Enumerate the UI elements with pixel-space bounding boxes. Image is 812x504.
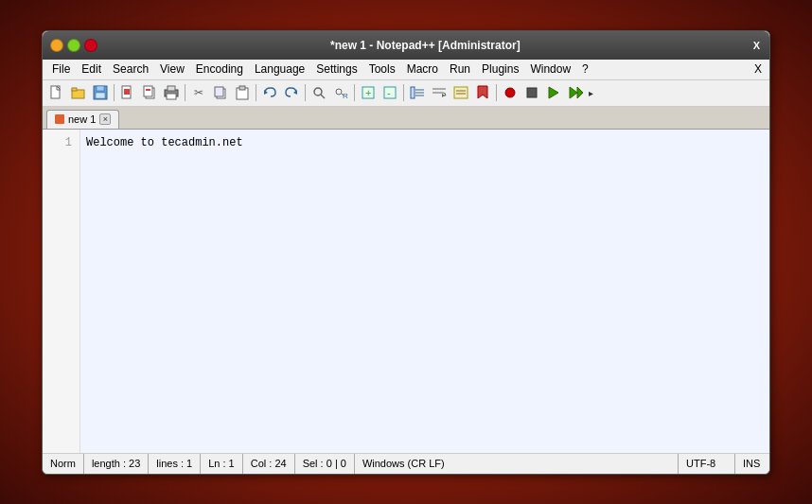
menu-help[interactable]: ? xyxy=(576,61,594,78)
tab-close-button[interactable]: × xyxy=(99,113,111,125)
toolbar-macro-stop-button[interactable] xyxy=(521,82,542,103)
svg-rect-16 xyxy=(167,94,176,99)
toolbar-cut-button[interactable]: ✂ xyxy=(188,82,209,103)
svg-rect-3 xyxy=(72,88,77,91)
menu-run[interactable]: Run xyxy=(444,61,476,78)
toolbar-zoom-out-button[interactable]: - xyxy=(380,82,400,103)
svg-marker-48 xyxy=(577,87,583,98)
menu-file[interactable]: File xyxy=(46,61,76,78)
minimize-button[interactable] xyxy=(50,39,63,52)
svg-marker-46 xyxy=(549,87,558,98)
tabbar: new 1 × xyxy=(43,107,769,130)
toolbar-macro-play-button[interactable] xyxy=(543,82,564,103)
toolbar-sep-4 xyxy=(305,84,306,101)
svg-rect-21 xyxy=(239,86,245,90)
svg-rect-15 xyxy=(168,86,175,91)
status-lines: lines : 1 xyxy=(149,454,201,474)
toolbar-linenumber-button[interactable] xyxy=(407,82,428,103)
toolbar-new-button[interactable] xyxy=(46,82,67,103)
toolbar-findreplace-button[interactable]: R xyxy=(330,82,351,103)
toolbar-find-button[interactable] xyxy=(309,82,329,103)
tab-new1[interactable]: new 1 × xyxy=(46,110,119,129)
toolbar-copy-button[interactable] xyxy=(210,82,231,103)
svg-text:-: - xyxy=(387,87,391,98)
svg-rect-45 xyxy=(527,88,537,97)
toolbar-sep-5 xyxy=(354,84,355,101)
status-position: Ln : 1 xyxy=(201,454,243,474)
menu-window[interactable]: Window xyxy=(524,61,576,78)
status-length: length : 23 xyxy=(84,454,149,474)
svg-marker-47 xyxy=(570,87,577,98)
status-ins: INS xyxy=(735,454,769,474)
menu-view[interactable]: View xyxy=(154,61,190,78)
editor-line-1: Welcome to tecadmin.net xyxy=(86,133,764,152)
svg-rect-5 xyxy=(97,86,104,91)
titlebar-buttons xyxy=(50,39,97,52)
main-window: *new 1 - Notepad++ [Administrator] X Fil… xyxy=(42,30,770,475)
toolbar-print-button[interactable] xyxy=(161,82,182,103)
toolbar-sep-7 xyxy=(496,84,497,101)
svg-point-26 xyxy=(336,89,342,95)
maximize-button[interactable] xyxy=(67,39,80,52)
menu-edit[interactable]: Edit xyxy=(76,61,107,78)
menu-search[interactable]: Search xyxy=(107,61,154,78)
svg-text:✂: ✂ xyxy=(194,86,203,99)
line-number-1: 1 xyxy=(50,133,72,152)
svg-text:+: + xyxy=(365,87,371,98)
toolbar-close-button[interactable] xyxy=(117,82,138,103)
status-col: Col : 24 xyxy=(243,454,295,474)
toolbar-sep-2 xyxy=(185,84,185,101)
toolbar-bookmark-button[interactable] xyxy=(472,82,493,103)
svg-rect-40 xyxy=(454,87,468,98)
tab-label: new 1 xyxy=(68,113,96,125)
svg-line-25 xyxy=(321,95,325,98)
toolbar-sep-3 xyxy=(256,84,256,101)
editor-area[interactable]: Welcome to tecadmin.net xyxy=(80,130,769,453)
menubar-close-icon[interactable]: X xyxy=(750,62,766,76)
menu-macro[interactable]: Macro xyxy=(401,61,444,78)
toolbar-wordwrap-button[interactable] xyxy=(429,82,450,103)
titlebar: *new 1 - Notepad++ [Administrator] X xyxy=(43,31,769,60)
toolbar-closeall-button[interactable] xyxy=(139,82,160,103)
toolbar-sep-6 xyxy=(403,84,404,101)
svg-marker-39 xyxy=(442,94,445,97)
close-button[interactable] xyxy=(84,39,97,52)
statusbar: Norm length : 23 lines : 1 Ln : 1 Col : … xyxy=(43,453,769,474)
toolbar-redo-button[interactable] xyxy=(281,82,302,103)
svg-text:R: R xyxy=(343,92,348,100)
svg-point-24 xyxy=(314,88,322,96)
menu-plugins[interactable]: Plugins xyxy=(476,61,524,78)
svg-rect-33 xyxy=(411,87,415,98)
menu-language[interactable]: Language xyxy=(249,61,310,78)
menu-encoding[interactable]: Encoding xyxy=(190,61,249,78)
toolbar-macro-run-button[interactable] xyxy=(565,82,586,103)
svg-rect-6 xyxy=(96,93,105,98)
tab-file-icon xyxy=(55,114,64,124)
status-mode: Norm xyxy=(43,454,84,474)
status-sel: Sel : 0 | 0 xyxy=(295,454,355,474)
toolbar-macro-record-button[interactable] xyxy=(500,82,521,103)
svg-rect-19 xyxy=(215,87,223,96)
window-title: *new 1 - Notepad++ [Administrator] xyxy=(97,39,753,52)
toolbar-open-button[interactable] xyxy=(68,82,89,103)
line-numbers: 1 xyxy=(43,130,80,453)
menu-tools[interactable]: Tools xyxy=(363,61,401,78)
status-encoding: UTF-8 xyxy=(679,454,735,474)
svg-point-44 xyxy=(505,88,515,97)
toolbar-sep-1 xyxy=(114,84,115,101)
svg-rect-12 xyxy=(144,86,152,96)
toolbar-indent-button[interactable] xyxy=(450,82,471,103)
toolbar-paste-button[interactable] xyxy=(232,82,253,103)
toolbar-zoom-in-button[interactable]: + xyxy=(358,82,379,103)
toolbar-more-icon[interactable]: ▸ xyxy=(589,88,593,98)
svg-marker-43 xyxy=(478,86,487,98)
menubar: File Edit Search View Encoding Language … xyxy=(43,60,769,80)
titlebar-close-icon[interactable]: X xyxy=(753,40,760,51)
toolbar-save-button[interactable] xyxy=(90,82,111,103)
toolbar: ✂ R + - xyxy=(43,80,769,107)
menu-settings[interactable]: Settings xyxy=(310,61,362,78)
toolbar-undo-button[interactable] xyxy=(259,82,280,103)
editor-container: 1 Welcome to tecadmin.net xyxy=(43,130,769,453)
status-eol: Windows (CR LF) xyxy=(355,454,679,474)
